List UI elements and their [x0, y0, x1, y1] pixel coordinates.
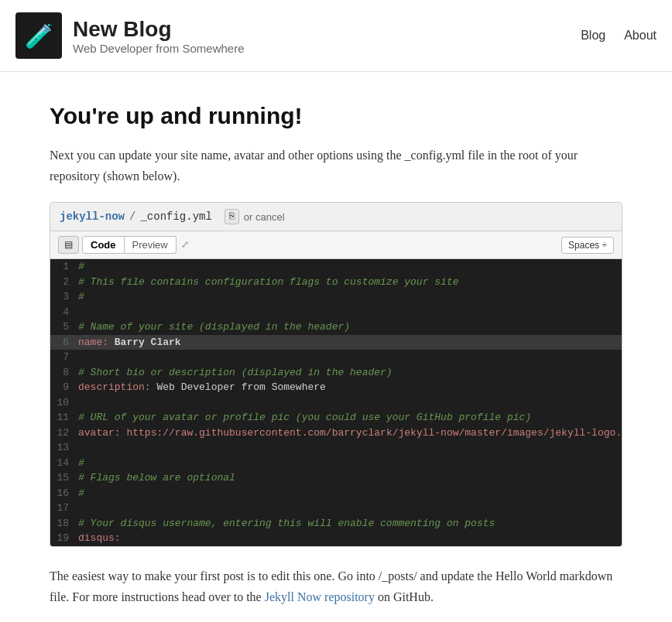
preview-btn[interactable]: Preview	[125, 236, 177, 254]
post-intro: Next you can update your site name, avat…	[50, 145, 622, 186]
code-line-19: 19 disqus:	[50, 531, 622, 546]
code-line-3: 3 #	[50, 289, 622, 305]
footer-paragraph: The easiest way to make your first post …	[50, 566, 622, 607]
code-line-9: 9 description: Web Developer from Somewh…	[50, 380, 622, 395]
header-branding: 🧪 New Blog Web Developer from Somewhere	[15, 12, 244, 59]
code-line-16: 16 #	[50, 486, 622, 501]
footer-text-after: on GitHub.	[375, 590, 434, 603]
config-filename: _config.yml	[140, 210, 211, 223]
slash-separator: /	[129, 210, 135, 223]
post-body: Next you can update your site name, avat…	[50, 145, 622, 622]
jekyll-now-link[interactable]: Jekyll Now repository	[265, 590, 375, 603]
site-header: 🧪 New Blog Web Developer from Somewhere …	[0, 0, 672, 72]
main-content: You're up and running! Next you can upda…	[34, 72, 638, 622]
spaces-selector[interactable]: Spaces ÷	[561, 237, 614, 254]
site-title: New Blog	[73, 16, 244, 43]
repo-link[interactable]: jekyll-now	[60, 210, 125, 223]
code-line-14: 14 #	[50, 456, 622, 471]
post-title: You're up and running!	[50, 103, 622, 129]
code-line-5: 5 # Name of your site (displayed in the …	[50, 320, 622, 335]
code-line-13: 13	[50, 440, 622, 456]
copy-icon[interactable]: ⎘	[225, 209, 239, 224]
code-line-2: 2 # This file contains configuration fla…	[50, 275, 622, 290]
site-title-group: New Blog Web Developer from Somewhere	[73, 16, 244, 56]
code-line-6: 6 name: Barry Clark	[50, 335, 622, 350]
file-icon: ▤	[58, 236, 79, 254]
nav-about[interactable]: About	[624, 29, 657, 43]
expand-icon[interactable]: ⤢	[181, 239, 189, 251]
code-line-18: 18 # Your disqus username, entering this…	[50, 516, 622, 531]
code-toolbar: ▤ Code Preview ⤢ Spaces ÷	[50, 231, 622, 259]
main-nav: Blog About	[581, 29, 657, 43]
code-line-15: 15 # Flags below are optional	[50, 470, 622, 486]
site-subtitle: Web Developer from Somewhere	[73, 42, 244, 55]
or-cancel[interactable]: or cancel	[244, 211, 285, 223]
code-header: jekyll-now / _config.yml ⎘ or cancel	[50, 203, 622, 231]
code-line-17: 17	[50, 501, 622, 516]
flask-icon: 🧪	[25, 22, 53, 50]
code-block-wrapper: jekyll-now / _config.yml ⎘ or cancel ▤ C…	[50, 202, 622, 547]
code-line-12: 12 avatar: https://raw.githubusercontent…	[50, 425, 622, 441]
site-logo: 🧪	[15, 12, 62, 59]
code-btn[interactable]: Code	[82, 236, 125, 254]
code-line-8: 8 # Short bio or description (displayed …	[50, 365, 622, 381]
nav-blog[interactable]: Blog	[581, 29, 605, 43]
code-line-11: 11 # URL of your avatar or profile pic (…	[50, 410, 622, 425]
code-line-10: 10	[50, 395, 622, 411]
code-line-7: 7	[50, 350, 622, 365]
code-line-1: 1 #	[50, 259, 622, 275]
code-line-4: 4	[50, 305, 622, 320]
code-editor: 1 # 2 # This file contains configuration…	[50, 259, 622, 546]
